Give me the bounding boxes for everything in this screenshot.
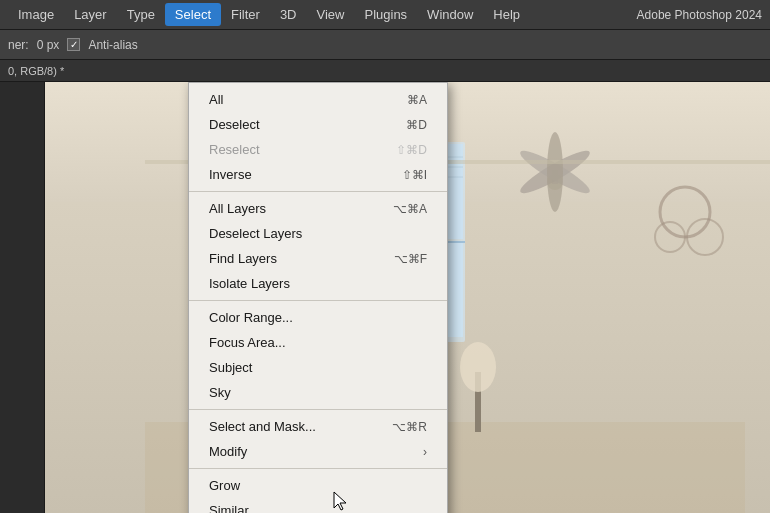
menu-item-subject[interactable]: Subject — [189, 355, 447, 380]
menu-plugins[interactable]: Plugins — [354, 3, 417, 26]
menu-item-modify[interactable]: Modify › — [189, 439, 447, 464]
menubar: Image Layer Type Select Filter 3D View P… — [0, 0, 770, 30]
menu-item-deselect-layers-label: Deselect Layers — [209, 226, 302, 241]
anti-alias-label: Anti-alias — [88, 38, 137, 52]
menu-item-inverse-shortcut: ⇧⌘I — [402, 168, 427, 182]
menu-help[interactable]: Help — [483, 3, 530, 26]
svg-point-25 — [460, 342, 496, 392]
menu-item-find-layers-shortcut: ⌥⌘F — [394, 252, 427, 266]
menu-item-select-and-mask-shortcut: ⌥⌘R — [392, 420, 427, 434]
menu-item-sky[interactable]: Sky — [189, 380, 447, 405]
menu-item-similar-label: Similar — [209, 503, 249, 513]
menu-view[interactable]: View — [307, 3, 355, 26]
info-bar: 0, RGB/8) * — [0, 60, 770, 82]
menu-item-grow[interactable]: Grow — [189, 473, 447, 498]
menu-item-inverse[interactable]: Inverse ⇧⌘I — [189, 162, 447, 187]
menu-image[interactable]: Image — [8, 3, 64, 26]
check-icon: ✓ — [70, 39, 78, 50]
main-area: All ⌘A Deselect ⌘D Reselect ⇧⌘D Inverse … — [0, 82, 770, 513]
svg-point-26 — [660, 187, 710, 237]
menu-item-similar[interactable]: Similar — [189, 498, 447, 513]
separator-3 — [189, 409, 447, 410]
separator-1 — [189, 191, 447, 192]
menu-item-all[interactable]: All ⌘A — [189, 87, 447, 112]
menu-item-sky-label: Sky — [209, 385, 231, 400]
feather-label: ner: — [8, 38, 29, 52]
menu-item-isolate-layers-label: Isolate Layers — [209, 276, 290, 291]
menu-item-reselect-shortcut: ⇧⌘D — [396, 143, 427, 157]
menu-item-reselect-label: Reselect — [209, 142, 260, 157]
feather-value[interactable]: 0 px — [37, 38, 60, 52]
menu-item-color-range[interactable]: Color Range... — [189, 305, 447, 330]
anti-alias-checkbox[interactable]: ✓ — [67, 38, 80, 51]
menu-type[interactable]: Type — [117, 3, 165, 26]
select-menu: All ⌘A Deselect ⌘D Reselect ⇧⌘D Inverse … — [188, 82, 448, 513]
svg-point-21 — [547, 132, 563, 212]
menu-select[interactable]: Select — [165, 3, 221, 26]
canvas-area: All ⌘A Deselect ⌘D Reselect ⇧⌘D Inverse … — [45, 82, 770, 513]
menu-item-reselect: Reselect ⇧⌘D — [189, 137, 447, 162]
options-bar: ner: 0 px ✓ Anti-alias — [0, 30, 770, 60]
menu-item-deselect[interactable]: Deselect ⌘D — [189, 112, 447, 137]
menu-item-focus-area[interactable]: Focus Area... — [189, 330, 447, 355]
menu-item-all-layers[interactable]: All Layers ⌥⌘A — [189, 196, 447, 221]
menu-item-find-layers[interactable]: Find Layers ⌥⌘F — [189, 246, 447, 271]
separator-4 — [189, 468, 447, 469]
menu-item-deselect-shortcut: ⌘D — [406, 118, 427, 132]
menu-filter[interactable]: Filter — [221, 3, 270, 26]
menu-item-all-shortcut: ⌘A — [407, 93, 427, 107]
menu-item-grow-label: Grow — [209, 478, 240, 493]
separator-2 — [189, 300, 447, 301]
menu-item-all-label: All — [209, 92, 223, 107]
app-title: Adobe Photoshop 2024 — [637, 8, 762, 22]
sidebar — [0, 82, 45, 513]
menu-item-deselect-layers[interactable]: Deselect Layers — [189, 221, 447, 246]
menu-item-select-and-mask-label: Select and Mask... — [209, 419, 316, 434]
menu-item-subject-label: Subject — [209, 360, 252, 375]
submenu-arrow-icon: › — [423, 445, 427, 459]
menu-item-color-range-label: Color Range... — [209, 310, 293, 325]
menu-item-all-layers-shortcut: ⌥⌘A — [393, 202, 427, 216]
menu-layer[interactable]: Layer — [64, 3, 117, 26]
menu-item-find-layers-label: Find Layers — [209, 251, 277, 266]
color-mode-info: 0, RGB/8) * — [8, 65, 64, 77]
menu-3d[interactable]: 3D — [270, 3, 307, 26]
menu-window[interactable]: Window — [417, 3, 483, 26]
menu-item-isolate-layers[interactable]: Isolate Layers — [189, 271, 447, 296]
menu-item-deselect-label: Deselect — [209, 117, 260, 132]
menu-item-inverse-label: Inverse — [209, 167, 252, 182]
menu-item-select-and-mask[interactable]: Select and Mask... ⌥⌘R — [189, 414, 447, 439]
menu-item-all-layers-label: All Layers — [209, 201, 266, 216]
menu-item-modify-label: Modify — [209, 444, 247, 459]
menu-item-focus-area-label: Focus Area... — [209, 335, 286, 350]
